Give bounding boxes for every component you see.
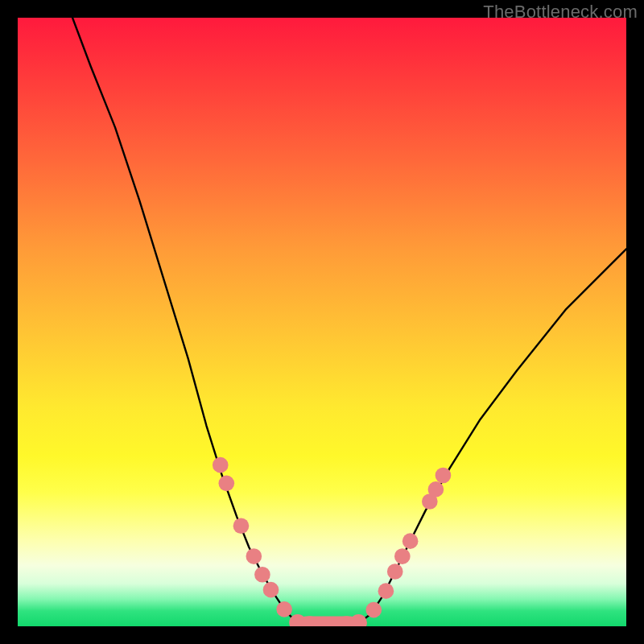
marker-dot [233,518,250,534]
marker-dot [378,583,394,599]
watermark-text: TheBottleneck.com [483,2,638,23]
marker-dot [213,457,229,473]
marker-dot [365,602,382,618]
marker-dot [350,614,367,626]
left-branch-markers [213,457,292,617]
marker-dot [387,564,403,580]
bottleneck-curve [72,18,626,626]
marker-dot [276,601,292,617]
valley-marker [289,614,367,626]
marker-dot [428,481,444,497]
marker-dot [218,476,234,492]
marker-dot [263,582,279,598]
plot-area [18,18,626,626]
marker-dot [246,548,262,564]
marker-dot [402,533,419,549]
marker-dot [436,468,452,484]
chart-svg [18,18,626,626]
marker-dot [394,548,411,564]
right-branch-markers [365,468,451,618]
marker-dot [254,567,270,583]
